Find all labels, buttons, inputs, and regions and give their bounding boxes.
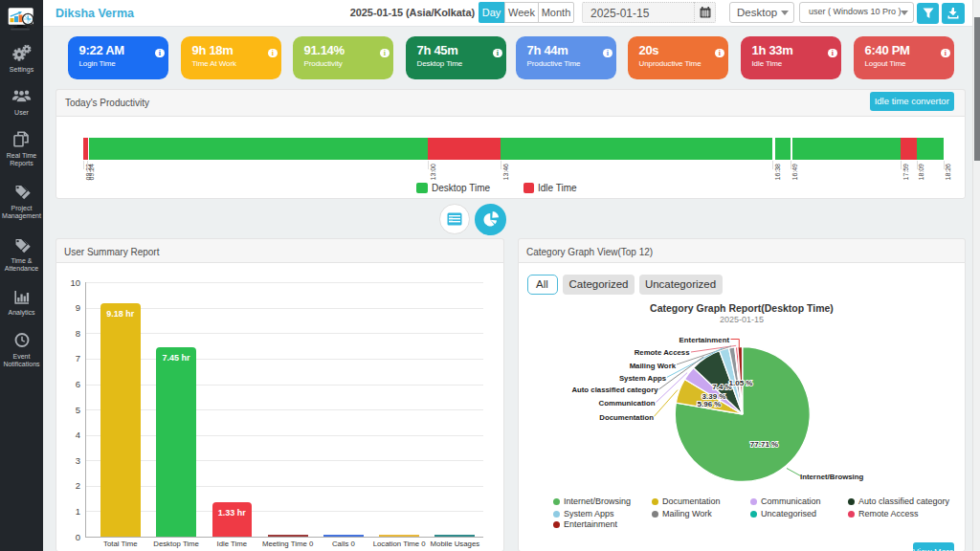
svg-text:5.96 %: 5.96 % [697,400,721,408]
svg-text:1.05 %: 1.05 % [728,379,752,387]
svg-text:77.71 %: 77.71 % [749,439,777,448]
svg-text:3.39 %: 3.39 % [702,391,725,400]
